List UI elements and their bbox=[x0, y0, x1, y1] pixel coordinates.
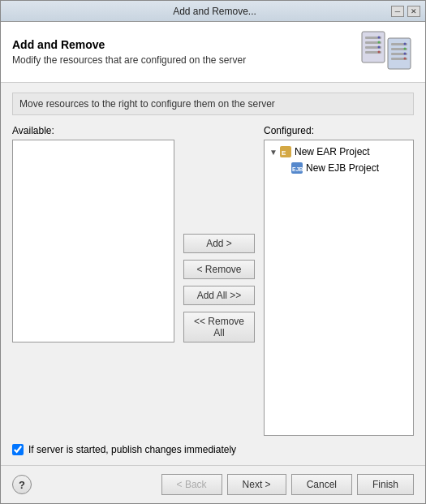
available-list[interactable] bbox=[12, 140, 174, 342]
add-all-button[interactable]: Add All >> bbox=[183, 286, 255, 305]
remove-button[interactable]: < Remove bbox=[183, 260, 255, 279]
minimize-button[interactable]: ─ bbox=[391, 6, 404, 17]
next-button[interactable]: Next > bbox=[227, 474, 286, 495]
ejb-project-label: New EJB Project bbox=[306, 162, 379, 174]
header-text: Add and Remove Modify the resources that… bbox=[12, 38, 246, 66]
tree-toggle-ear[interactable]: ▼ bbox=[268, 146, 279, 157]
svg-point-16 bbox=[404, 53, 407, 55]
footer-left: ? bbox=[12, 475, 32, 494]
dialog-title: Add and Remove bbox=[12, 38, 246, 51]
remove-all-button[interactable]: << Remove All bbox=[183, 312, 255, 342]
cancel-button[interactable]: Cancel bbox=[291, 474, 352, 495]
back-button[interactable]: < Back bbox=[161, 474, 222, 495]
help-button[interactable]: ? bbox=[12, 475, 32, 494]
header-icon bbox=[360, 30, 414, 74]
title-bar: Add and Remove... ─ ✕ bbox=[1, 1, 425, 22]
configured-label: Configured: bbox=[264, 125, 414, 136]
ear-project-label: New EAR Project bbox=[295, 146, 370, 157]
svg-point-14 bbox=[404, 43, 407, 45]
svg-point-6 bbox=[378, 41, 381, 44]
svg-point-5 bbox=[378, 37, 381, 39]
publish-row: If server is started, publish changes im… bbox=[12, 444, 414, 455]
available-label: Available: bbox=[12, 125, 174, 136]
finish-button[interactable]: Finish bbox=[357, 474, 414, 495]
tree-item-ejb[interactable]: EJB New EJB Project bbox=[268, 160, 410, 176]
panels-row: Available: Add > < Remove Add All >> << … bbox=[12, 125, 414, 436]
svg-point-7 bbox=[378, 46, 381, 49]
ear-icon: E bbox=[279, 145, 292, 158]
close-button[interactable]: ✕ bbox=[407, 6, 420, 17]
buttons-panel: Add > < Remove Add All >> << Remove All bbox=[174, 140, 264, 436]
footer: ? < Back Next > Cancel Finish bbox=[1, 465, 425, 503]
publish-checkbox[interactable] bbox=[12, 444, 24, 455]
content-area: Move resources to the right to configure… bbox=[1, 83, 425, 465]
main-window: Add and Remove... ─ ✕ Add and Remove Mod… bbox=[0, 0, 426, 504]
footer-buttons: < Back Next > Cancel Finish bbox=[161, 474, 414, 495]
ejb-icon: EJB bbox=[290, 162, 303, 174]
add-button[interactable]: Add > bbox=[183, 234, 255, 253]
window-controls: ─ ✕ bbox=[391, 6, 420, 17]
dialog-subtitle: Modify the resources that are configured… bbox=[12, 54, 246, 66]
instruction-text: Move resources to the right to configure… bbox=[12, 93, 414, 115]
svg-text:E: E bbox=[282, 149, 286, 157]
svg-point-8 bbox=[378, 51, 381, 54]
header-area: Add and Remove Modify the resources that… bbox=[1, 22, 425, 83]
server-icon-2 bbox=[383, 37, 414, 74]
svg-text:EJB: EJB bbox=[292, 166, 303, 172]
configured-list[interactable]: ▼ E New EAR Project bbox=[264, 140, 414, 436]
available-panel: Available: bbox=[12, 125, 174, 436]
configured-panel: Configured: ▼ E New EAR Project bbox=[264, 125, 414, 436]
svg-point-15 bbox=[404, 48, 407, 50]
svg-point-17 bbox=[404, 58, 407, 60]
window-title: Add and Remove... bbox=[38, 6, 391, 17]
tree-item-ear[interactable]: ▼ E New EAR Project bbox=[268, 144, 410, 160]
publish-label[interactable]: If server is started, publish changes im… bbox=[28, 444, 236, 455]
